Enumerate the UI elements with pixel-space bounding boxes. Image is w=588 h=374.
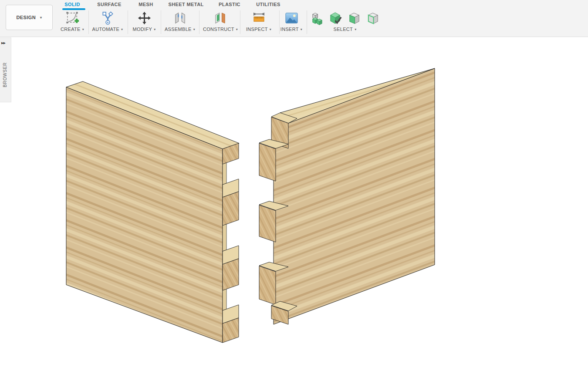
workspace-selector-button[interactable]: DESIGN ▾ bbox=[6, 5, 53, 30]
model-viewport[interactable] bbox=[0, 0, 588, 374]
create-sketch-icon bbox=[53, 10, 92, 25]
tab-solid[interactable]: SOLID bbox=[64, 2, 80, 7]
left-board-box-joint-slots[interactable] bbox=[66, 81, 239, 343]
assemble-joint-icon bbox=[160, 10, 199, 25]
select-edge-icon[interactable] bbox=[366, 11, 381, 25]
right-board-box-joint-fingers[interactable] bbox=[259, 68, 435, 324]
automate-label: AUTOMATE bbox=[92, 27, 120, 32]
main-toolbar: DESIGN ▾ SOLID SURFACE MESH SHEET METAL … bbox=[0, 0, 588, 37]
chevron-down-icon: ▾ bbox=[40, 16, 42, 20]
modify-label: MODIFY bbox=[133, 27, 152, 32]
insert-group-button[interactable]: INSERT▾ bbox=[272, 10, 311, 35]
insert-image-icon bbox=[272, 10, 311, 25]
inspect-label: INSPECT bbox=[246, 27, 268, 32]
workspace-label: DESIGN bbox=[17, 15, 36, 20]
assemble-label: ASSEMBLE bbox=[165, 27, 192, 32]
tab-surface[interactable]: SURFACE bbox=[97, 2, 121, 7]
browser-expand-icon[interactable]: ▶▶ bbox=[1, 41, 5, 45]
automate-icon bbox=[88, 10, 127, 25]
tab-plastic[interactable]: PLASTIC bbox=[219, 2, 240, 7]
chevron-down-icon: ▾ bbox=[121, 27, 123, 31]
chevron-down-icon: ▾ bbox=[270, 27, 271, 31]
move-arrows-icon bbox=[125, 10, 164, 25]
active-tab-indicator bbox=[62, 8, 85, 10]
create-label: CREATE bbox=[61, 27, 81, 32]
group-divider bbox=[240, 10, 240, 34]
chevron-down-icon: ▾ bbox=[82, 27, 84, 31]
group-divider bbox=[307, 10, 307, 34]
create-group-button[interactable]: CREATE▾ bbox=[53, 10, 92, 35]
group-divider bbox=[199, 10, 199, 34]
group-divider bbox=[279, 10, 280, 34]
tab-utilities[interactable]: UTILITIES bbox=[256, 2, 280, 7]
select-label: SELECT bbox=[334, 27, 353, 32]
construct-label: CONSTRUCT bbox=[203, 27, 234, 32]
tab-mesh[interactable]: MESH bbox=[139, 2, 153, 7]
construct-plane-icon bbox=[201, 10, 240, 25]
select-window-icon[interactable] bbox=[310, 11, 324, 25]
construct-group-button[interactable]: CONSTRUCT▾ bbox=[201, 10, 240, 35]
browser-panel-label: BROWSER bbox=[3, 62, 7, 87]
chevron-down-icon: ▾ bbox=[355, 27, 356, 31]
assemble-group-button[interactable]: ASSEMBLE▾ bbox=[160, 10, 199, 35]
chevron-down-icon: ▾ bbox=[301, 27, 302, 31]
select-group-button[interactable]: SELECT▾ bbox=[325, 10, 365, 35]
chevron-down-icon: ▾ bbox=[154, 27, 155, 31]
fusion360-window: DESIGN ▾ SOLID SURFACE MESH SHEET METAL … bbox=[0, 0, 588, 374]
insert-label: INSERT bbox=[280, 27, 299, 32]
chevron-down-icon: ▾ bbox=[236, 27, 238, 31]
group-divider bbox=[128, 10, 128, 34]
automate-group-button[interactable]: AUTOMATE▾ bbox=[88, 10, 127, 35]
browser-panel-collapsed: ▶▶ BROWSER bbox=[0, 37, 11, 102]
group-divider bbox=[161, 10, 161, 34]
modify-group-button[interactable]: MODIFY▾ bbox=[125, 10, 164, 35]
chevron-down-icon: ▾ bbox=[193, 27, 195, 31]
tab-sheet-metal[interactable]: SHEET METAL bbox=[168, 2, 203, 7]
group-divider bbox=[88, 10, 89, 34]
